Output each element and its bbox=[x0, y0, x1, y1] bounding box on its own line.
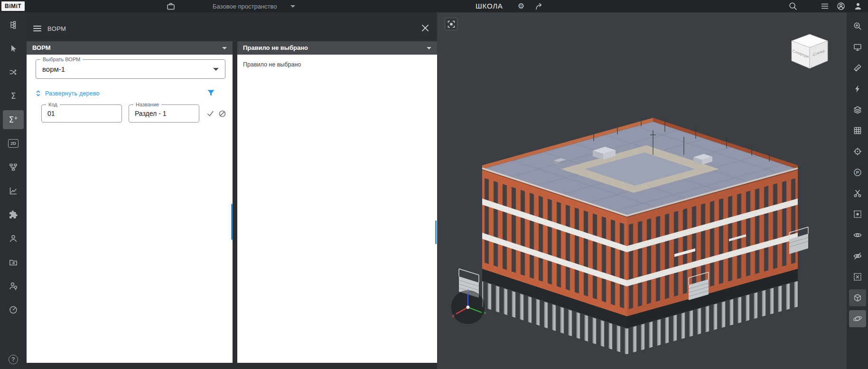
sidebar-item-select[interactable] bbox=[3, 39, 24, 58]
share-button[interactable] bbox=[533, 0, 545, 12]
panel-resize-handle[interactable] bbox=[435, 220, 437, 244]
sidebar-item-gauge[interactable] bbox=[3, 300, 24, 319]
vorm-section-header[interactable]: ВОРМ bbox=[27, 41, 233, 55]
eye-off-icon bbox=[853, 251, 862, 261]
bimit-app: BiMiT Базовое пространство ШКОЛА ⚙ bbox=[0, 0, 868, 369]
tool-section-cut[interactable] bbox=[849, 185, 866, 202]
gear-icon: ⚙ bbox=[518, 2, 524, 10]
tool-grid[interactable] bbox=[849, 122, 866, 139]
vorm-panel: ВОРМ Выбрать ВОРМ ворм-1 Развернуть дере… bbox=[27, 41, 233, 363]
capture-region-button[interactable] bbox=[445, 18, 457, 30]
panel-area: ВОРМ ВОРМ Выбрать ВОРМ ворм-1 Развернуть… bbox=[27, 12, 437, 369]
shared-folder-icon bbox=[9, 257, 18, 267]
dropdown-caret-icon bbox=[213, 68, 219, 71]
tool-zoom-window[interactable] bbox=[849, 18, 866, 35]
settings-button[interactable]: ⚙ bbox=[515, 0, 527, 12]
rule-section-header[interactable]: Правило не выбрано bbox=[237, 41, 437, 55]
zoom-window-icon bbox=[853, 21, 862, 31]
tool-plan-mode[interactable]: P bbox=[849, 164, 866, 181]
tool-clip-box[interactable] bbox=[849, 289, 866, 306]
tool-clear-selection[interactable] bbox=[849, 268, 866, 285]
workspace-selector[interactable]: Базовое пространство bbox=[213, 0, 295, 12]
sidebar-item-user-location[interactable] bbox=[3, 276, 24, 295]
vorm-section-title: ВОРМ bbox=[32, 44, 51, 51]
sidebar-item-scheme[interactable] bbox=[3, 158, 24, 177]
sidebar-item-structure-tree[interactable] bbox=[3, 15, 24, 34]
gauge-icon bbox=[9, 305, 18, 314]
sidebar-item-2d-view[interactable]: 2D bbox=[3, 134, 24, 153]
search-button[interactable] bbox=[787, 0, 799, 12]
axis-gizmo[interactable]: Z X Y bbox=[447, 286, 489, 329]
sidebar-item-shared-folder[interactable] bbox=[3, 253, 24, 272]
scissors-icon bbox=[853, 189, 862, 198]
filter-button[interactable] bbox=[205, 87, 216, 99]
code-input[interactable] bbox=[42, 105, 121, 122]
account-button[interactable] bbox=[835, 0, 847, 12]
tool-orbit-cube[interactable] bbox=[849, 310, 866, 327]
tool-quick-actions[interactable] bbox=[849, 80, 866, 97]
menu-list-button[interactable] bbox=[819, 0, 831, 12]
tool-measure[interactable] bbox=[849, 59, 866, 76]
help-button[interactable]: ? bbox=[0, 355, 27, 364]
panel-resize-handle[interactable] bbox=[231, 204, 233, 240]
expand-tree-button[interactable]: Развернуть дерево bbox=[35, 90, 100, 97]
sidebar-item-chart[interactable] bbox=[3, 181, 24, 200]
sidebar-item-sum-add[interactable]: Σ+ bbox=[3, 110, 24, 129]
building-3d-render bbox=[437, 12, 847, 369]
tool-visibility-off[interactable] bbox=[849, 247, 866, 265]
confirm-button[interactable] bbox=[205, 108, 215, 119]
rule-empty-text: Правило не выбрано bbox=[237, 55, 437, 75]
account-icon bbox=[836, 1, 846, 11]
rule-section-title: Правило не выбрано bbox=[243, 44, 308, 51]
plan-circle-icon: P bbox=[853, 168, 862, 177]
structure-tree-icon bbox=[9, 20, 18, 29]
relations-icon bbox=[9, 67, 18, 77]
tool-visibility[interactable] bbox=[849, 227, 866, 244]
sidebar-item-sum[interactable]: Σ bbox=[3, 86, 24, 105]
chart-icon bbox=[9, 186, 18, 196]
rule-panel-body: Правило не выбрано bbox=[237, 55, 437, 363]
share-icon bbox=[534, 1, 544, 11]
tool-layers[interactable] bbox=[849, 101, 866, 118]
cube-icon bbox=[853, 293, 862, 303]
grid-icon bbox=[853, 126, 862, 135]
svg-text:P: P bbox=[856, 170, 859, 175]
scheme-icon bbox=[9, 162, 18, 172]
user-profile-button[interactable] bbox=[852, 0, 864, 12]
name-input[interactable] bbox=[129, 105, 199, 122]
cancel-button[interactable] bbox=[217, 108, 227, 119]
left-toolbar: Σ Σ+ 2D ? bbox=[0, 12, 27, 369]
panel-menu-button[interactable] bbox=[33, 26, 41, 33]
sigma-plus-icon: Σ+ bbox=[9, 116, 18, 124]
close-icon bbox=[421, 24, 429, 32]
code-field-label: Код bbox=[46, 102, 60, 107]
model-viewport[interactable]: Спереди Слева Z X Y bbox=[437, 12, 847, 369]
code-field[interactable]: Код bbox=[41, 104, 122, 123]
filter-icon bbox=[207, 89, 215, 97]
panel-close-button[interactable] bbox=[421, 24, 430, 33]
search-icon bbox=[788, 1, 798, 11]
name-field[interactable]: Название bbox=[129, 104, 199, 123]
list-icon bbox=[820, 1, 830, 11]
tool-isolate[interactable] bbox=[849, 206, 866, 223]
portfolio-icon[interactable] bbox=[165, 0, 177, 12]
sidebar-item-relations[interactable] bbox=[3, 63, 24, 82]
vorm-select-value: ворм-1 bbox=[36, 60, 225, 78]
app-logo: BiMiT bbox=[1, 1, 25, 11]
name-field-label: Название bbox=[133, 102, 161, 107]
question-icon: ? bbox=[9, 355, 18, 364]
top-bar: BiMiT Базовое пространство ШКОЛА ⚙ bbox=[0, 0, 868, 12]
viewport-toolbar: P bbox=[847, 12, 868, 369]
vorm-select[interactable]: Выбрать ВОРМ ворм-1 bbox=[36, 59, 225, 79]
axis-x-label: X bbox=[452, 314, 455, 318]
chevron-down-icon bbox=[222, 47, 227, 49]
tool-fit-view[interactable] bbox=[849, 38, 866, 56]
sidebar-item-plugins[interactable] bbox=[3, 205, 24, 224]
view-cube[interactable]: Спереди Слева bbox=[786, 31, 833, 74]
tool-focus[interactable] bbox=[849, 143, 866, 160]
chevron-down-icon bbox=[427, 47, 431, 49]
sigma-icon: Σ bbox=[11, 92, 16, 100]
check-icon bbox=[207, 111, 214, 117]
vorm-select-label: Выбрать ВОРМ bbox=[40, 57, 83, 62]
sidebar-item-user[interactable] bbox=[3, 229, 24, 248]
